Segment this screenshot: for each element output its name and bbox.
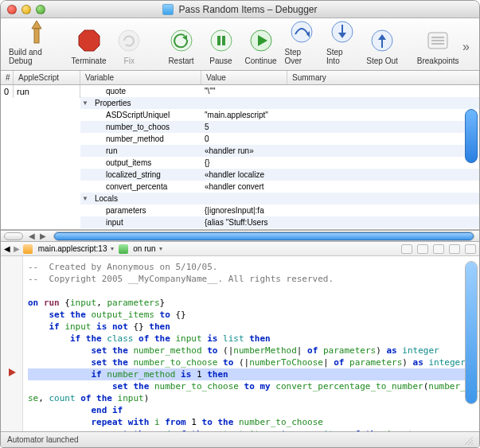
var-value: {} <box>201 158 287 167</box>
toolbar-overflow[interactable]: » <box>462 40 474 67</box>
svg-point-3 <box>119 30 139 51</box>
step-over-button[interactable]: Step Over <box>282 16 322 67</box>
var-name: convert_percenta <box>90 182 201 191</box>
col-value[interactable]: Value <box>201 71 287 84</box>
comment-2: -- Copyright 2005 __MyCompanyName__. All… <box>28 274 334 284</box>
step-out-button[interactable]: Step Out <box>363 25 401 67</box>
current-line: if number_method is 1 then <box>28 368 473 380</box>
step-out-label: Step Out <box>366 56 397 65</box>
counterpart-button[interactable] <box>401 244 412 254</box>
svg-point-6 <box>211 30 232 51</box>
history-back[interactable]: ◀ <box>4 244 10 253</box>
status-text: Automator launched <box>7 435 79 444</box>
continue-label: Continue <box>244 56 276 65</box>
document-icon <box>162 4 174 15</box>
continue-button[interactable]: Continue <box>242 25 280 67</box>
build-debug-button[interactable]: Build and Debug <box>6 16 68 67</box>
variable-row[interactable]: number_method0 <box>80 133 479 145</box>
restart-label: Restart <box>168 56 193 65</box>
var-name: parameters <box>90 206 201 215</box>
var-value: «handler localize <box>201 170 287 179</box>
split-editor-button[interactable] <box>465 244 476 254</box>
titlebar[interactable]: Pass Random Items – Debugger <box>1 1 479 18</box>
thread-num: 0 <box>1 85 14 98</box>
resize-grip[interactable] <box>463 435 473 445</box>
col-thread[interactable]: AppleScript <box>14 71 80 84</box>
breakpoints-label: Breakpoints <box>417 56 459 65</box>
var-value: «handler run» <box>201 146 287 155</box>
var-name: input <box>90 218 201 227</box>
file-crumb[interactable]: main.applescript:13▾ <box>23 244 115 254</box>
var-value: {|ignoresInput|:fa <box>201 206 287 215</box>
svg-marker-2 <box>79 30 100 51</box>
thread-name: run <box>14 85 80 98</box>
variable-row[interactable]: ▼Properties <box>80 97 479 109</box>
col-num[interactable]: # <box>1 71 14 84</box>
var-name: number_to_choos <box>90 123 201 131</box>
var-name: quote <box>90 87 201 95</box>
editor-scrollbar-thumb[interactable] <box>466 262 477 403</box>
var-name: localized_string <box>90 170 201 179</box>
restart-button[interactable]: Restart <box>162 25 201 67</box>
pc-arrow-icon <box>9 368 16 376</box>
variable-row[interactable]: parameters{|ignoresInput|:fa <box>80 205 479 216</box>
h-scrollbar[interactable] <box>53 232 474 241</box>
toolbar: Build and Debug Terminate Fix Restart Pa… <box>1 18 479 71</box>
nav-fwd[interactable]: ▶ <box>37 232 49 240</box>
pause-label: Pause <box>209 56 232 65</box>
section-label: Locals <box>90 194 201 203</box>
svg-rect-8 <box>222 36 225 45</box>
var-value: "main.applescript" <box>201 111 287 119</box>
variable-row[interactable]: ASDScriptUniqueI"main.applescript" <box>80 109 479 121</box>
pause-button[interactable]: Pause <box>202 25 240 67</box>
variable-row[interactable]: output_items{} <box>80 157 479 169</box>
variable-row[interactable]: run«handler run» <box>80 145 479 157</box>
section-label: Properties <box>90 99 201 107</box>
method-crumb-label: on run <box>133 244 155 253</box>
var-name: ASDScriptUniqueI <box>90 111 201 119</box>
var-value: «handler convert <box>201 182 287 191</box>
step-into-button[interactable]: Step Into <box>323 16 361 67</box>
fix-label: Fix <box>124 56 135 65</box>
lock-button[interactable] <box>449 244 460 254</box>
split-bar[interactable]: ◀ ▶ <box>1 230 479 242</box>
var-name: run <box>90 146 201 155</box>
terminate-button[interactable]: Terminate <box>69 25 108 67</box>
variable-row[interactable]: input{alias "Stuff:Users <box>80 216 479 228</box>
variable-row[interactable]: localized_string«handler localize <box>80 169 479 181</box>
variable-row[interactable]: quote"\"" <box>80 85 479 97</box>
bookmark-button[interactable] <box>417 244 428 254</box>
method-crumb[interactable]: on run▾ <box>119 244 164 254</box>
status-bar: Automator launched <box>1 431 479 447</box>
history-fwd[interactable]: ▶ <box>14 244 20 253</box>
svg-line-25 <box>471 443 473 445</box>
breakpoint-toggle[interactable] <box>433 244 444 254</box>
var-value: {alias "Stuff:Users <box>201 218 287 227</box>
build-debug-label: Build and Debug <box>9 48 64 65</box>
breakpoints-button[interactable]: Breakpoints <box>415 25 461 67</box>
col-summary[interactable]: Summary <box>287 71 479 84</box>
var-value: 5 <box>201 123 287 131</box>
file-crumb-label: main.applescript:13 <box>38 244 107 253</box>
code-editor[interactable]: -- Created by Anonymous on 5/10/05. -- C… <box>1 256 479 431</box>
col-variable[interactable]: Variable <box>80 71 201 84</box>
variables-scrollbar[interactable] <box>465 109 478 163</box>
h-scrollbar-thumb[interactable] <box>54 232 474 240</box>
step-over-label: Step Over <box>285 48 319 65</box>
fix-button[interactable]: Fix <box>110 25 148 67</box>
step-into-label: Step Into <box>326 48 358 65</box>
comment-1: -- Created by Anonymous on 5/10/05. <box>28 262 217 272</box>
variable-row[interactable]: convert_percenta«handler convert <box>80 181 479 193</box>
gutter[interactable] <box>1 256 23 431</box>
var-name: number_method <box>90 134 201 143</box>
thread-row[interactable]: 0 run <box>1 85 80 98</box>
variable-row[interactable]: number_to_choos5 <box>80 121 479 133</box>
console-toggle[interactable] <box>4 232 23 240</box>
editor-scrollbar[interactable] <box>465 261 478 404</box>
svg-marker-0 <box>32 21 41 29</box>
var-value: 0 <box>201 134 287 143</box>
nav-back[interactable]: ◀ <box>26 232 37 240</box>
variables-pane: # AppleScript Variable Value Summary 0 r… <box>1 71 479 230</box>
variable-row[interactable]: ▼Locals <box>80 193 479 205</box>
svg-rect-1 <box>34 29 39 43</box>
